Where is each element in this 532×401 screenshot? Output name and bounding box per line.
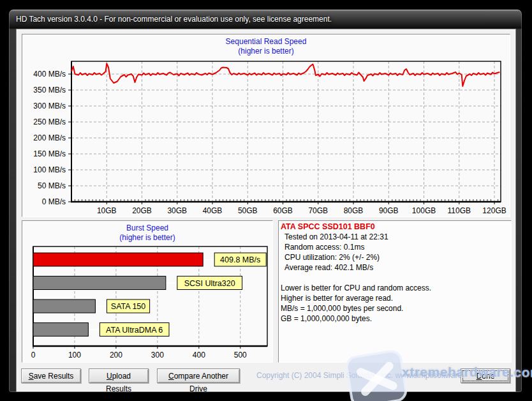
drive-info-panel: ATA SPCC SSD101 BBF0 Tested on 2013-04-1… [278, 220, 512, 363]
note-mbs: MB/s = 1,000,000 bytes per second. [279, 303, 511, 314]
svg-text:80GB: 80GB [344, 206, 364, 215]
sequential-chart-subtitle: (higher is better) [22, 47, 510, 56]
note-gb: GB = 1,000,000,000 bytes. [279, 314, 511, 324]
xtremehardware-logo-icon [343, 347, 411, 401]
svg-text:100: 100 [68, 351, 81, 359]
xtremehardware-watermark-text: xtremehardware.com [402, 365, 532, 380]
average-read-line: Average read: 402.1 MB/s [279, 262, 511, 273]
svg-text:110GB: 110GB [448, 206, 471, 215]
burst-bar [33, 253, 203, 266]
sequential-chart-title-line: Sequential Read Speed [22, 37, 510, 47]
upload-results-button[interactable]: Upload Results [89, 368, 149, 383]
svg-text:40GB: 40GB [203, 206, 223, 215]
svg-text:200 MB/s: 200 MB/s [33, 133, 66, 142]
svg-text:500: 500 [234, 351, 247, 359]
note-average: Higher is better for average read. [279, 293, 511, 303]
burst-chart-subtitle: (higher is better) [22, 233, 272, 243]
spacer [279, 273, 511, 283]
burst-speed-chart: 0100200300400500409.8 MB/sSCSI Ultra320S… [25, 245, 270, 360]
tested-on-line: Tested on 2013-04-11 at 22:31 [279, 232, 511, 242]
compare-another-drive-button[interactable]: Compare Another Drive [157, 368, 240, 383]
svg-text:300 MB/s: 300 MB/s [33, 102, 66, 110]
svg-text:0 MB/s: 0 MB/s [42, 197, 66, 206]
title-bar[interactable]: HD Tach version 3.0.4.0 - For non-commer… [9, 10, 522, 29]
svg-text:300: 300 [151, 351, 164, 359]
read-speed-line [71, 64, 499, 87]
svg-text:120GB: 120GB [482, 206, 506, 215]
svg-text:70GB: 70GB [308, 206, 328, 215]
burst-bar [33, 276, 166, 290]
sequential-read-panel: Sequential Read Speed (higher is better)… [22, 34, 510, 217]
window-title: HD Tach version 3.0.4.0 - For non-commer… [16, 15, 332, 24]
save-results-button[interactable]: Save Results [21, 368, 81, 383]
burst-bar [33, 299, 95, 313]
svg-text:400 MB/s: 400 MB/s [33, 70, 66, 79]
hd-tach-window: HD Tach version 3.0.4.0 - For non-commer… [8, 9, 522, 393]
burst-bar [33, 323, 88, 337]
svg-text:100 MB/s: 100 MB/s [33, 165, 66, 174]
svg-text:250 MB/s: 250 MB/s [33, 117, 66, 126]
burst-speed-panel: Burst Speed (higher is better) 010020030… [22, 220, 273, 363]
sequential-read-chart: 0 MB/s50 MB/s100 MB/s150 MB/s200 MB/s250… [25, 57, 507, 221]
svg-text:400: 400 [193, 351, 205, 359]
svg-text:350 MB/s: 350 MB/s [33, 86, 66, 95]
svg-text:150 MB/s: 150 MB/s [33, 149, 66, 158]
svg-text:SATA 150: SATA 150 [111, 302, 145, 311]
drive-name: ATA SPCC SSD101 BBF0 [279, 221, 511, 232]
window-content: Sequential Read Speed (higher is better)… [16, 29, 516, 392]
burst-chart-title-line: Burst Speed [22, 223, 272, 233]
svg-text:60GB: 60GB [273, 206, 293, 215]
svg-text:SCSI Ultra320: SCSI Ultra320 [184, 279, 235, 288]
svg-text:50 MB/s: 50 MB/s [38, 181, 66, 190]
desktop-background: HD Tach version 3.0.4.0 - For non-commer… [0, 0, 532, 401]
cpu-utilization-line: CPU utilization: 2% (+/- 2%) [279, 252, 511, 262]
note-cpu: Lower is better for CPU and random acces… [279, 283, 511, 293]
svg-text:100GB: 100GB [412, 206, 436, 215]
svg-text:10GB: 10GB [97, 206, 117, 215]
svg-text:30GB: 30GB [167, 206, 187, 215]
svg-text:50GB: 50GB [238, 206, 258, 215]
svg-text:0: 0 [31, 351, 36, 359]
sequential-chart-title: Sequential Read Speed (higher is better) [22, 34, 510, 56]
svg-text:90GB: 90GB [379, 206, 399, 215]
svg-text:ATA UltraDMA 6: ATA UltraDMA 6 [106, 326, 163, 335]
random-access-line: Random access: 0.1ms [279, 242, 511, 252]
svg-text:20GB: 20GB [132, 206, 152, 215]
svg-text:200: 200 [110, 351, 122, 359]
burst-chart-title: Burst Speed (higher is better) [22, 221, 272, 243]
svg-text:409.8 MB/s: 409.8 MB/s [220, 255, 260, 264]
